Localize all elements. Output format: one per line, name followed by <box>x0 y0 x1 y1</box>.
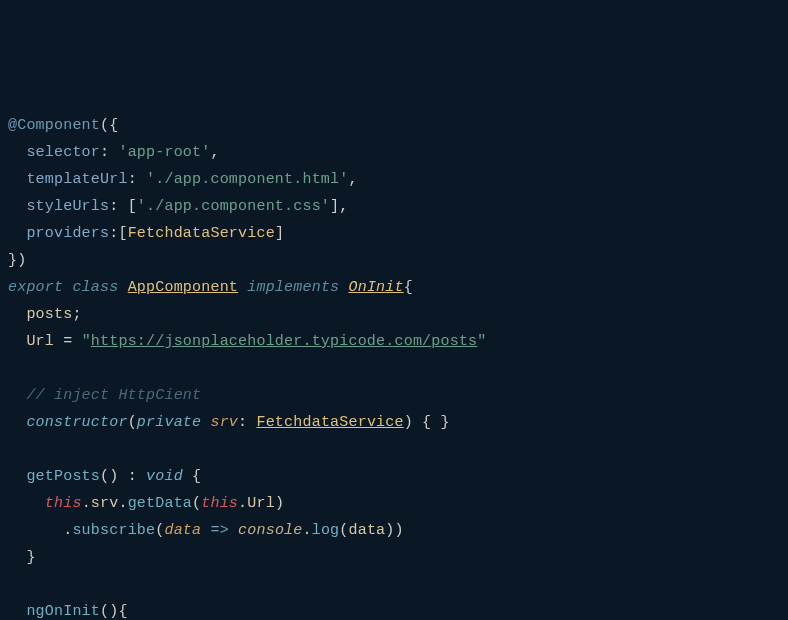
key-providers: providers <box>26 225 109 242</box>
punct: ] <box>275 225 284 242</box>
punct: ({ <box>100 117 118 134</box>
code-editor[interactable]: @Component({ selector: 'app-root', templ… <box>8 112 780 620</box>
punct: }) <box>8 252 26 269</box>
prop-url2: Url <box>247 495 275 512</box>
val-providers: FetchdataService <box>128 225 275 242</box>
val-templateurl: './app.component.html' <box>146 171 348 188</box>
punct: ; <box>72 306 81 323</box>
punct: = <box>54 333 82 350</box>
type-fetchdataservice: FetchdataService <box>256 414 403 431</box>
punct: ) { } <box>404 414 450 431</box>
punct: , <box>348 171 357 188</box>
punct: : [ <box>109 198 137 215</box>
param-data: data <box>164 522 201 539</box>
fn-ngoninit: ngOnInit <box>26 603 100 620</box>
punct: ], <box>330 198 348 215</box>
arg-data: data <box>349 522 386 539</box>
kw-private: private <box>137 414 201 431</box>
punct: ) <box>275 495 284 512</box>
kw-this: this <box>201 495 238 512</box>
str-quote: " <box>82 333 91 350</box>
param-srv: srv <box>210 414 238 431</box>
key-selector: selector <box>26 144 100 161</box>
punct: : <box>128 171 146 188</box>
punct: . <box>303 522 312 539</box>
kw-class: class <box>72 279 118 296</box>
key-styleurls: styleUrls <box>26 198 109 215</box>
punct: ( <box>192 495 201 512</box>
punct: { <box>404 279 413 296</box>
key-templateurl: templateUrl <box>26 171 127 188</box>
iface-name: OnInit <box>348 279 403 296</box>
punct: } <box>26 549 35 566</box>
prop-srv: srv <box>91 495 119 512</box>
val-styleurls: './app.component.css' <box>137 198 330 215</box>
prop-url: Url <box>26 333 54 350</box>
url-value: https://jsonplaceholder.typicode.com/pos… <box>91 333 477 350</box>
str-quote: " <box>477 333 486 350</box>
punct: :[ <box>109 225 127 242</box>
fn-log: log <box>312 522 340 539</box>
fn-getdata: getData <box>128 495 192 512</box>
kw-export: export <box>8 279 63 296</box>
decorator: @Component <box>8 117 100 134</box>
punct: , <box>210 144 219 161</box>
punct: . <box>118 495 127 512</box>
constructor-kw: constructor <box>26 414 127 431</box>
prop-posts: posts <box>26 306 72 323</box>
fn-getposts: getPosts <box>26 468 100 485</box>
arrow: => <box>210 522 228 539</box>
punct: : <box>100 144 118 161</box>
punct: . <box>238 495 247 512</box>
obj-console: console <box>238 522 302 539</box>
punct: () : <box>100 468 146 485</box>
kw-implements: implements <box>247 279 339 296</box>
punct: (){ <box>100 603 128 620</box>
punct: : <box>238 414 256 431</box>
kw-void: void <box>146 468 183 485</box>
comment: // inject HttpCient <box>26 387 201 404</box>
punct: { <box>183 468 201 485</box>
val-selector: 'app-root' <box>118 144 210 161</box>
punct: . <box>82 495 91 512</box>
kw-this: this <box>45 495 82 512</box>
punct: ( <box>128 414 137 431</box>
fn-subscribe: subscribe <box>72 522 155 539</box>
punct: )) <box>385 522 403 539</box>
class-name: AppComponent <box>128 279 238 296</box>
punct: ( <box>339 522 348 539</box>
